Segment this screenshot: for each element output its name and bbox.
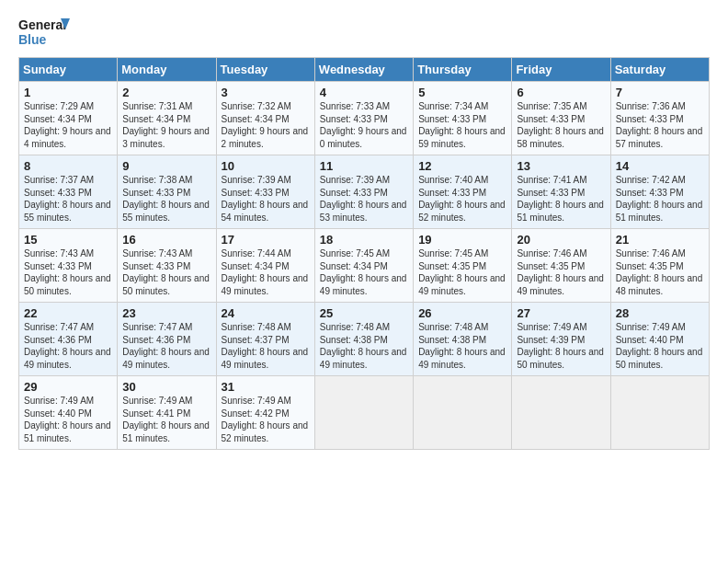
sunset-text: Sunset: 4:36 PM xyxy=(122,335,190,345)
sunset-text: Sunset: 4:38 PM xyxy=(320,335,388,345)
day-number: 14 xyxy=(616,159,704,173)
day-cell: 11 Sunrise: 7:39 AM Sunset: 4:33 PM Dayl… xyxy=(314,155,413,229)
week-row-2: 8 Sunrise: 7:37 AM Sunset: 4:33 PM Dayli… xyxy=(19,155,710,229)
sunrise-text: Sunrise: 7:49 AM xyxy=(222,396,291,406)
day-cell: 6 Sunrise: 7:35 AM Sunset: 4:33 PM Dayli… xyxy=(512,82,610,155)
sunrise-text: Sunrise: 7:41 AM xyxy=(517,175,586,185)
sunset-text: Sunset: 4:34 PM xyxy=(320,261,388,271)
sunset-text: Sunset: 4:33 PM xyxy=(24,188,92,198)
day-number: 13 xyxy=(517,159,605,173)
cell-info: Sunrise: 7:48 AM Sunset: 4:38 PM Dayligh… xyxy=(320,321,408,371)
cell-info: Sunrise: 7:49 AM Sunset: 4:40 PM Dayligh… xyxy=(24,395,112,444)
sunrise-text: Sunrise: 7:31 AM xyxy=(122,101,192,111)
day-cell: 18 Sunrise: 7:45 AM Sunset: 4:34 PM Dayl… xyxy=(314,229,413,303)
day-cell: 14 Sunrise: 7:42 AM Sunset: 4:33 PM Dayl… xyxy=(610,155,709,229)
day-cell: 2 Sunrise: 7:31 AM Sunset: 4:34 PM Dayli… xyxy=(118,82,216,155)
sunrise-text: Sunrise: 7:43 AM xyxy=(122,248,192,259)
sunrise-text: Sunrise: 7:33 AM xyxy=(320,101,390,111)
sunrise-text: Sunrise: 7:40 AM xyxy=(418,175,488,185)
sunset-text: Sunset: 4:38 PM xyxy=(418,335,486,345)
sunset-text: Sunset: 4:33 PM xyxy=(122,188,190,198)
header: General Blue xyxy=(18,15,710,50)
cell-info: Sunrise: 7:34 AM Sunset: 4:33 PM Dayligh… xyxy=(418,100,506,150)
sunset-text: Sunset: 4:33 PM xyxy=(616,114,684,124)
daylight-text: Daylight: 8 hours and 51 minutes. xyxy=(616,200,703,223)
day-number: 21 xyxy=(616,233,704,247)
cell-info: Sunrise: 7:43 AM Sunset: 4:33 PM Dayligh… xyxy=(122,247,210,297)
day-cell: 15 Sunrise: 7:43 AM Sunset: 4:33 PM Dayl… xyxy=(19,229,118,303)
sunrise-text: Sunrise: 7:46 AM xyxy=(517,248,586,259)
day-number: 18 xyxy=(320,233,408,247)
day-number: 19 xyxy=(418,233,506,247)
sunrise-text: Sunrise: 7:45 AM xyxy=(418,248,488,259)
col-header-friday: Friday xyxy=(512,58,610,82)
sunrise-text: Sunrise: 7:37 AM xyxy=(24,175,94,185)
day-number: 11 xyxy=(320,159,408,173)
day-number: 29 xyxy=(24,380,112,394)
sunrise-text: Sunrise: 7:49 AM xyxy=(616,322,686,332)
day-cell: 5 Sunrise: 7:34 AM Sunset: 4:33 PM Dayli… xyxy=(414,82,512,155)
col-header-wednesday: Wednesday xyxy=(314,58,413,82)
svg-text:General: General xyxy=(18,17,66,32)
sunrise-text: Sunrise: 7:49 AM xyxy=(517,322,586,332)
cell-info: Sunrise: 7:37 AM Sunset: 4:33 PM Dayligh… xyxy=(24,174,112,224)
day-cell: 13 Sunrise: 7:41 AM Sunset: 4:33 PM Dayl… xyxy=(512,155,610,229)
cell-info: Sunrise: 7:40 AM Sunset: 4:33 PM Dayligh… xyxy=(418,174,506,224)
sunrise-text: Sunrise: 7:48 AM xyxy=(222,322,291,332)
day-number: 25 xyxy=(320,306,408,320)
daylight-text: Daylight: 8 hours and 55 minutes. xyxy=(122,200,210,223)
sunset-text: Sunset: 4:35 PM xyxy=(517,261,585,271)
page: General Blue SundayMondayTuesdayWednesda… xyxy=(0,0,728,465)
day-number: 12 xyxy=(418,159,506,173)
day-number: 22 xyxy=(24,306,112,320)
cell-info: Sunrise: 7:35 AM Sunset: 4:33 PM Dayligh… xyxy=(517,100,605,150)
day-cell: 27 Sunrise: 7:49 AM Sunset: 4:39 PM Dayl… xyxy=(512,303,610,376)
day-number: 16 xyxy=(122,233,210,247)
sunset-text: Sunset: 4:42 PM xyxy=(222,408,290,419)
sunset-text: Sunset: 4:33 PM xyxy=(418,114,486,124)
cell-info: Sunrise: 7:45 AM Sunset: 4:35 PM Dayligh… xyxy=(418,247,506,297)
col-header-tuesday: Tuesday xyxy=(216,58,314,82)
sunset-text: Sunset: 4:41 PM xyxy=(122,408,190,419)
day-number: 8 xyxy=(24,159,112,173)
day-cell: 4 Sunrise: 7:33 AM Sunset: 4:33 PM Dayli… xyxy=(314,82,413,155)
sunset-text: Sunset: 4:34 PM xyxy=(222,114,290,124)
day-number: 1 xyxy=(24,86,112,99)
day-cell: 10 Sunrise: 7:39 AM Sunset: 4:33 PM Dayl… xyxy=(216,155,314,229)
daylight-text: Daylight: 8 hours and 49 minutes. xyxy=(517,273,604,296)
cell-info: Sunrise: 7:31 AM Sunset: 4:34 PM Dayligh… xyxy=(122,100,210,150)
day-cell: 25 Sunrise: 7:48 AM Sunset: 4:38 PM Dayl… xyxy=(314,303,413,376)
day-cell: 31 Sunrise: 7:49 AM Sunset: 4:42 PM Dayl… xyxy=(216,376,314,450)
sunrise-text: Sunrise: 7:36 AM xyxy=(616,101,686,111)
cell-info: Sunrise: 7:47 AM Sunset: 4:36 PM Dayligh… xyxy=(122,321,210,371)
day-cell xyxy=(512,376,610,450)
day-number: 31 xyxy=(222,380,310,394)
day-cell: 9 Sunrise: 7:38 AM Sunset: 4:33 PM Dayli… xyxy=(118,155,216,229)
day-cell: 12 Sunrise: 7:40 AM Sunset: 4:33 PM Dayl… xyxy=(414,155,512,229)
day-cell: 20 Sunrise: 7:46 AM Sunset: 4:35 PM Dayl… xyxy=(512,229,610,303)
sunset-text: Sunset: 4:33 PM xyxy=(320,114,388,124)
day-number: 24 xyxy=(222,306,310,320)
daylight-text: Daylight: 8 hours and 50 minutes. xyxy=(24,273,111,296)
sunrise-text: Sunrise: 7:49 AM xyxy=(122,396,192,406)
sunset-text: Sunset: 4:33 PM xyxy=(616,188,684,198)
cell-info: Sunrise: 7:46 AM Sunset: 4:35 PM Dayligh… xyxy=(616,247,704,297)
sunset-text: Sunset: 4:35 PM xyxy=(418,261,486,271)
daylight-text: Daylight: 8 hours and 51 minutes. xyxy=(122,420,210,443)
cell-info: Sunrise: 7:49 AM Sunset: 4:41 PM Dayligh… xyxy=(122,395,210,444)
sunset-text: Sunset: 4:40 PM xyxy=(24,408,92,419)
day-number: 30 xyxy=(122,380,210,394)
week-row-5: 29 Sunrise: 7:49 AM Sunset: 4:40 PM Dayl… xyxy=(19,376,710,450)
cell-info: Sunrise: 7:33 AM Sunset: 4:33 PM Dayligh… xyxy=(320,100,408,150)
cell-info: Sunrise: 7:41 AM Sunset: 4:33 PM Dayligh… xyxy=(517,174,605,224)
day-cell: 7 Sunrise: 7:36 AM Sunset: 4:33 PM Dayli… xyxy=(610,82,709,155)
sunrise-text: Sunrise: 7:39 AM xyxy=(320,175,390,185)
daylight-text: Daylight: 9 hours and 2 minutes. xyxy=(222,126,309,149)
daylight-text: Daylight: 8 hours and 52 minutes. xyxy=(418,200,506,223)
sunrise-text: Sunrise: 7:46 AM xyxy=(616,248,686,259)
cell-info: Sunrise: 7:39 AM Sunset: 4:33 PM Dayligh… xyxy=(222,174,310,224)
sunset-text: Sunset: 4:34 PM xyxy=(122,114,190,124)
day-number: 10 xyxy=(222,159,310,173)
day-number: 23 xyxy=(122,306,210,320)
sunset-text: Sunset: 4:39 PM xyxy=(517,335,585,345)
